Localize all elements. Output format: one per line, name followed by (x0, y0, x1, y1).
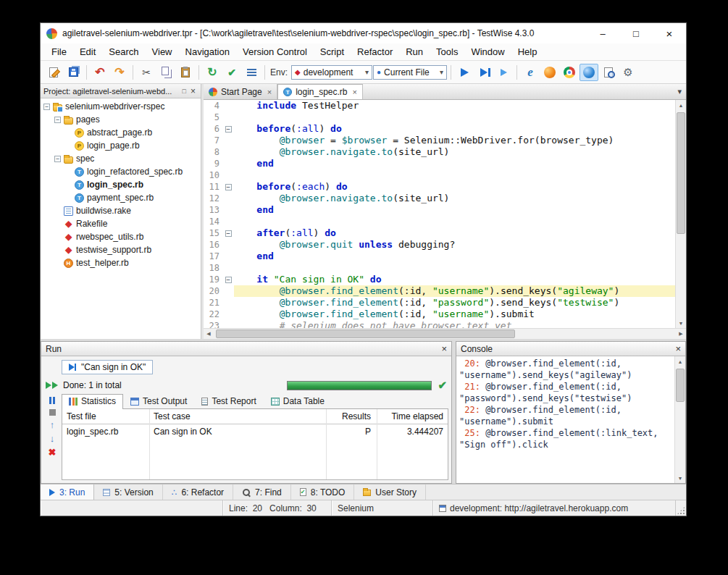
tree-item-testwise-support-rb[interactable]: ◆testwise_support.rb (41, 243, 201, 256)
scroll-left-arrow[interactable]: ◀ (204, 329, 214, 339)
code-line[interactable]: 13 end (204, 204, 675, 216)
ie-browser-button[interactable]: e (521, 64, 540, 81)
sync-button[interactable]: ↻ (203, 64, 222, 81)
editor-vertical-scrollbar[interactable]: ▲ ▼ (675, 100, 686, 328)
tree-item-selenium-webdriver-rspec[interactable]: −selenium-webdriver-rspec (41, 100, 201, 113)
minimize-button[interactable]: – (586, 23, 619, 43)
scroll-up-arrow[interactable]: ▲ (675, 356, 685, 366)
resize-grip[interactable] (676, 505, 686, 516)
menu-refactor[interactable]: Refactor (351, 44, 399, 59)
table-row[interactable]: login_spec.rbCan sign in OKP3.444207 (62, 424, 448, 439)
fold-collapse-icon[interactable]: − (225, 184, 232, 190)
current-test-item[interactable]: "Can sign in OK" (62, 360, 153, 374)
menu-script[interactable]: Script (314, 44, 351, 59)
code-line[interactable]: 23 # selenium does not have browser.text… (204, 320, 675, 328)
bottom-tab-8-todo[interactable]: 8: TODO (291, 484, 355, 500)
collapse-icon[interactable]: − (54, 156, 61, 162)
code-line[interactable]: 22 @browser.find_element(:id, "username"… (204, 309, 675, 320)
fold-collapse-icon[interactable]: − (225, 230, 232, 237)
close-panel-icon[interactable]: × (188, 86, 198, 96)
run-tab-test-output[interactable]: Test Output (123, 394, 194, 408)
env-select[interactable]: ◆ development ▾ (291, 65, 372, 80)
inspect-button[interactable] (599, 64, 618, 81)
undo-button[interactable]: ↶ (91, 64, 109, 81)
fold-collapse-icon[interactable]: − (225, 126, 232, 133)
menu-search[interactable]: Search (102, 44, 145, 59)
stop-button[interactable] (49, 409, 56, 416)
tab-list-button[interactable]: ▾ (677, 87, 686, 99)
run-tab-statistics[interactable]: Statistics (62, 394, 123, 409)
code-line[interactable]: 12 @browser.navigate.to(site_url) (204, 193, 675, 204)
tree-item-rakefile[interactable]: ◆Rakefile (41, 217, 201, 230)
code-line[interactable]: 16 @browser.quit unless debugging? (204, 239, 675, 251)
collapse-icon[interactable]: − (43, 104, 50, 110)
redo-button[interactable]: ↷ (110, 64, 129, 81)
run-to-cursor-button[interactable] (474, 64, 493, 81)
scope-select[interactable]: ● Current File ▾ (373, 65, 447, 80)
code-line[interactable]: 19− it "Can sign in OK" do (204, 274, 675, 285)
tree-item-login-page-rb[interactable]: Plogin_page.rb (41, 139, 201, 152)
code-line[interactable]: 21 @browser.find_element(:id, "password"… (204, 297, 675, 309)
console-body[interactable]: 20: @browser.find_element(:id,"username"… (456, 356, 685, 483)
code-editor[interactable]: 4 include TestHelper56− before(:all) do7… (204, 100, 686, 328)
menu-navigation[interactable]: Navigation (179, 44, 236, 59)
move-down-button[interactable]: ↓ (50, 435, 55, 443)
code-line[interactable]: 5 (204, 112, 675, 123)
check-syntax-button[interactable]: ✔ (222, 64, 241, 81)
tree-item-payment-spec-rb[interactable]: Tpayment_spec.rb (41, 191, 201, 204)
tree-item-login-refactored-spec-rb[interactable]: Tlogin_refactored_spec.rb (41, 165, 201, 178)
settings-button[interactable]: ⚙ (619, 64, 637, 81)
new-file-button[interactable] (44, 64, 63, 81)
code-line[interactable]: 18 (204, 262, 675, 274)
save-all-button[interactable] (64, 64, 83, 81)
tree-item-login-spec-rb[interactable]: Tlogin_spec.rb (41, 178, 201, 191)
tab-login-spec-rb[interactable]: Tlogin_spec.rb× (277, 84, 363, 99)
collapse-icon[interactable]: − (54, 117, 61, 123)
scrollbar-thumb[interactable] (216, 330, 515, 338)
column-header-test-file[interactable]: Test file (62, 409, 149, 424)
menu-run[interactable]: Run (399, 44, 430, 59)
tree-item-pages[interactable]: −pages (41, 113, 201, 126)
scroll-down-arrow[interactable]: ▼ (676, 318, 686, 328)
code-line[interactable]: 20 @browser.find_element(:id, "username"… (204, 285, 675, 297)
cut-button[interactable]: ✂ (137, 64, 156, 81)
bottom-tab-user-story[interactable]: User Story (354, 484, 426, 500)
code-line[interactable]: 10 (204, 169, 675, 181)
copy-button[interactable] (156, 64, 175, 81)
bottom-tab-7-find[interactable]: 7: Find (233, 484, 291, 500)
menu-window[interactable]: Window (464, 44, 511, 59)
code-line[interactable]: 7 @browser = $browser = Selenium::WebDri… (204, 135, 675, 146)
code-line[interactable]: 4 include TestHelper (204, 100, 675, 112)
scrollbar-thumb[interactable] (676, 369, 685, 402)
console-scrollbar[interactable]: ▲ ▼ (674, 356, 685, 483)
bottom-tab-3-run[interactable]: 3: Run (41, 484, 94, 500)
run-tab-data-table[interactable]: Data Table (264, 394, 332, 408)
code-line[interactable]: 8 @browser.navigate.to(site_url) (204, 146, 675, 158)
float-panel-icon[interactable]: □ (180, 88, 188, 95)
bottom-tab-5-version[interactable]: 5: Version (94, 484, 162, 500)
scroll-down-arrow[interactable]: ▼ (675, 473, 685, 483)
move-up-button[interactable]: ↑ (50, 421, 55, 429)
scroll-up-arrow[interactable]: ▲ (676, 100, 686, 110)
tree-item-test-helper-rb[interactable]: Htest_helper.rb (41, 256, 201, 269)
fold-collapse-icon[interactable]: − (225, 277, 232, 283)
firefox-browser-button[interactable] (540, 64, 559, 81)
code-line[interactable]: 15− after(:all) do (204, 227, 675, 239)
tree-item-buildwise-rake[interactable]: buildwise.rake (41, 204, 201, 217)
tree-item-rwebspec-utils-rb[interactable]: ◆rwebspec_utils.rb (41, 230, 201, 243)
column-header-time-elapsed[interactable]: Time elapsed (375, 409, 448, 424)
run-panel-close-icon[interactable]: × (441, 343, 447, 354)
bottom-tab-6-refactor[interactable]: 6: Refactor (163, 484, 233, 500)
column-header-results[interactable]: Results (325, 409, 375, 424)
tab-close-icon[interactable]: × (267, 88, 272, 96)
maximize-button[interactable]: □ (619, 23, 653, 43)
pause-button[interactable] (49, 397, 55, 404)
column-header-test-case[interactable]: Test case (149, 409, 325, 424)
code-line[interactable]: 14 (204, 216, 675, 227)
editor-horizontal-scrollbar[interactable]: ◀ ▶ (204, 328, 686, 339)
selected-browser-button[interactable] (580, 64, 598, 81)
run-button[interactable] (455, 64, 474, 81)
code-line[interactable]: 11− before(:each) do (204, 181, 675, 193)
menu-tools[interactable]: Tools (430, 44, 464, 59)
paste-button[interactable] (176, 64, 195, 81)
